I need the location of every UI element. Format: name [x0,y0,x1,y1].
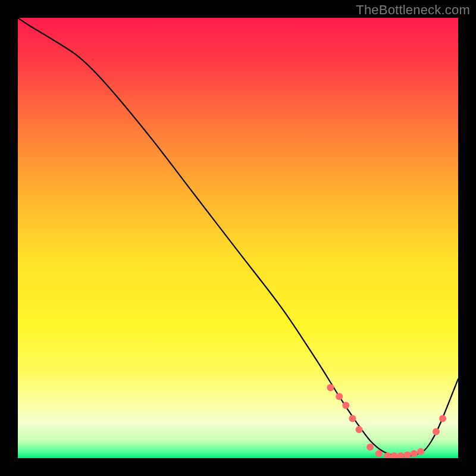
chart-svg [18,18,458,458]
plot-area [18,18,458,458]
highlight-point [336,393,343,400]
highlight-point [349,415,356,422]
highlight-point [367,444,374,451]
watermark-text: TheBottleneck.com [356,2,470,18]
gradient-background [18,18,458,458]
highlight-point [356,426,363,433]
chart-frame: TheBottleneck.com [0,0,476,476]
highlight-point [439,415,446,422]
highlight-point [433,428,440,436]
highlight-point [327,384,334,392]
highlight-point [342,402,349,409]
highlight-point [411,450,418,458]
highlight-point [375,450,383,458]
highlight-point [417,448,424,455]
